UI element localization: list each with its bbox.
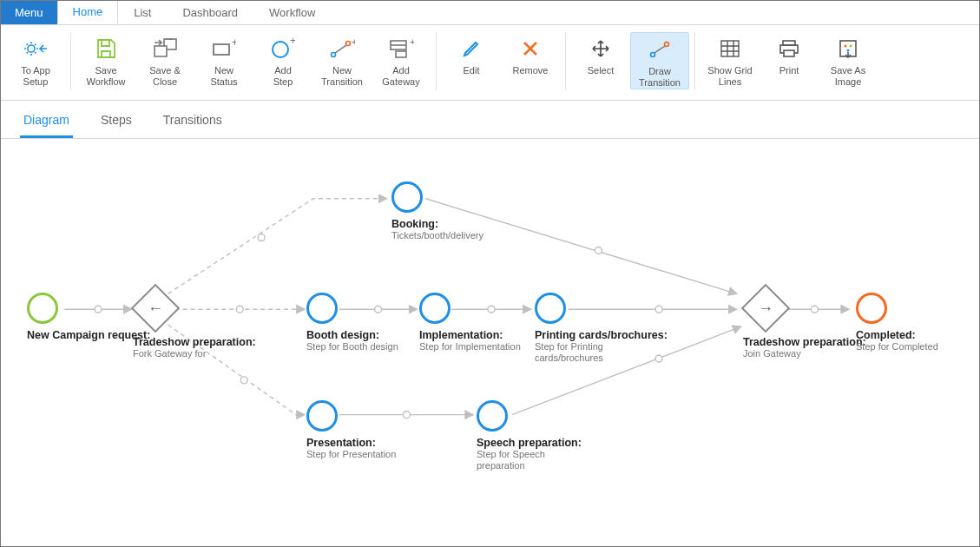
start-event-icon — [27, 293, 58, 324]
diagram-canvas[interactable]: New Campaign request: ← Tradeshow prepar… — [1, 155, 979, 546]
node-desc: Step for Presentation — [306, 449, 396, 460]
node-booking[interactable]: Booking: Tickets/booth/delivery — [391, 181, 483, 241]
ribbon-new-transition[interactable]: + NewTransition — [312, 32, 372, 89]
svg-line-9 — [335, 45, 346, 53]
node-title: Completed: — [856, 329, 938, 341]
pencil-icon — [457, 36, 486, 62]
svg-text:+: + — [352, 38, 355, 47]
node-desc: Tickets/booth/delivery — [391, 230, 483, 241]
svg-point-5 — [273, 42, 288, 57]
ribbon-save-image[interactable]: Save AsImage — [819, 32, 878, 89]
ribbon-save-workflow[interactable]: SaveWorkflow — [76, 32, 135, 89]
ribbon-label: NewStatus — [210, 65, 237, 88]
ribbon-print[interactable]: Print — [760, 32, 819, 89]
grid-icon — [715, 36, 745, 62]
svg-point-7 — [332, 53, 336, 57]
svg-text:+: + — [290, 37, 295, 47]
ribbon-add-gateway[interactable]: + AddGateway — [372, 32, 431, 89]
subtab-diagram[interactable]: Diagram — [20, 109, 73, 138]
ribbon-label: NewTransition — [321, 65, 363, 88]
tab-list[interactable]: List — [118, 1, 167, 24]
ribbon-label: Edit — [464, 65, 480, 76]
node-join-gateway[interactable]: → Tradeshow preparation: Join Gateway — [743, 291, 866, 359]
svg-rect-2 — [155, 46, 167, 56]
ribbon-label: Show GridLines — [707, 65, 752, 88]
new-status-icon: + — [209, 36, 239, 62]
ribbon-label: Remove — [513, 65, 549, 76]
node-desc: Fork Gateway for — [133, 348, 246, 359]
svg-point-33 — [595, 247, 602, 254]
save-image-icon — [833, 36, 863, 62]
svg-point-32 — [403, 412, 410, 418]
gateway-join-icon: → — [748, 291, 866, 326]
node-title: Tradeshow preparation: — [743, 336, 866, 348]
svg-point-27 — [258, 234, 265, 241]
sub-tabs: Diagram Steps Transitions — [1, 101, 979, 139]
task-icon — [419, 293, 451, 324]
ribbon-remove[interactable]: Remove — [501, 32, 560, 89]
node-title: Speech preparation: — [477, 437, 589, 449]
ribbon-select[interactable]: Select — [571, 32, 630, 89]
top-nav: Menu Home List Dashboard Workflow — [1, 1, 979, 25]
node-desc: Step for Booth design — [306, 341, 398, 353]
ribbon-label: Save AsImage — [831, 65, 865, 88]
svg-text:+: + — [232, 39, 236, 49]
svg-point-29 — [240, 377, 247, 384]
ribbon-draw-transition[interactable]: DrawTransition — [630, 32, 689, 89]
node-title: Tradeshow preparation: — [133, 336, 256, 348]
node-implementation[interactable]: Implementation: Step for Implementation — [419, 293, 521, 353]
gear-back-icon — [21, 36, 50, 62]
svg-text:+: + — [410, 38, 414, 47]
task-icon — [535, 293, 566, 324]
add-step-icon: + — [268, 36, 298, 62]
node-desc: Step for Printing cards/brochures — [535, 341, 648, 364]
add-gateway-icon: + — [386, 36, 416, 62]
move-icon — [586, 36, 615, 62]
svg-rect-3 — [214, 44, 229, 55]
node-speech[interactable]: Speech preparation: Step for Speech prep… — [477, 400, 589, 471]
node-desc: Step for Completed — [856, 341, 938, 353]
subtab-steps[interactable]: Steps — [97, 109, 135, 138]
ribbon-label: AddStep — [273, 65, 293, 88]
tab-dashboard[interactable]: Dashboard — [167, 1, 253, 24]
node-title: Implementation: — [419, 329, 521, 341]
ribbon-label: DrawTransition — [639, 66, 681, 89]
ribbon-add-step[interactable]: + AddStep — [253, 32, 312, 89]
node-desc: Join Gateway — [743, 348, 856, 359]
tab-workflow[interactable]: Workflow — [253, 1, 331, 24]
svg-rect-18 — [721, 41, 739, 56]
subtab-transitions[interactable]: Transitions — [160, 109, 226, 138]
ribbon-edit[interactable]: Edit — [442, 32, 501, 89]
ribbon-save-close[interactable]: Save &Close — [135, 32, 194, 89]
tab-home[interactable]: Home — [57, 1, 119, 24]
ribbon-label: SaveWorkflow — [86, 65, 125, 88]
svg-point-24 — [850, 45, 852, 48]
task-icon — [391, 181, 423, 213]
svg-point-8 — [346, 42, 351, 46]
menu-button[interactable]: Menu — [1, 1, 57, 24]
save-close-icon — [150, 36, 180, 62]
end-event-icon — [856, 293, 887, 324]
task-icon — [306, 293, 338, 324]
svg-rect-21 — [784, 50, 794, 56]
node-printing[interactable]: Printing cards/brochures: Step for Print… — [535, 293, 668, 364]
svg-line-17 — [654, 46, 665, 53]
node-presentation[interactable]: Presentation: Step for Presentation — [306, 400, 396, 460]
task-icon — [477, 400, 508, 432]
task-icon — [306, 400, 338, 432]
node-fork-gateway[interactable]: ← Tradeshow preparation: Fork Gateway fo… — [133, 291, 256, 359]
draw-transition-icon — [645, 36, 674, 63]
node-title: Booth design: — [306, 329, 398, 341]
ribbon-to-app-setup[interactable]: To AppSetup — [6, 32, 65, 89]
new-transition-icon: + — [327, 36, 357, 62]
ribbon-label: To AppSetup — [21, 65, 50, 88]
ribbon-label: Print — [779, 65, 799, 76]
ribbon-new-status[interactable]: + NewStatus — [194, 32, 253, 89]
node-booth-design[interactable]: Booth design: Step for Booth design — [306, 293, 398, 353]
node-desc: Step for Speech preparation — [477, 449, 589, 471]
ribbon-toolbar: To AppSetup SaveWorkflow Save &Close — [1, 25, 979, 101]
node-completed[interactable]: Completed: Step for Completed — [856, 293, 938, 353]
app-window: Menu Home List Dashboard Workflow To App… — [0, 0, 980, 547]
ribbon-show-grid[interactable]: Show GridLines — [700, 32, 760, 89]
svg-point-15 — [651, 53, 655, 57]
